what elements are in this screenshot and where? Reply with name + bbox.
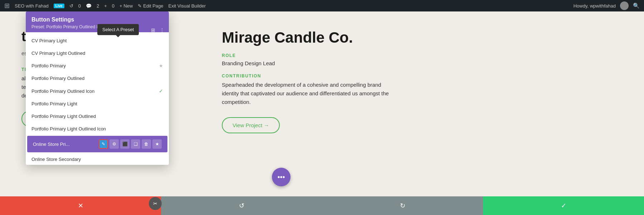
contribution-text-candle: Spearheaded the development of a cohesiv…	[222, 81, 394, 106]
star-icon: ★	[155, 142, 159, 147]
preset-item-label: Portfolio Primary Light Outlined	[31, 114, 163, 119]
preset-item-label: Portfolio Primary	[31, 63, 159, 68]
save-button[interactable]: ✓	[483, 196, 644, 215]
role-label-candle: ROLE	[222, 53, 394, 58]
live-badge: Live	[54, 4, 64, 8]
howdy-text: Howdy, wpwithfahad	[574, 3, 616, 9]
preset-item-label: Online Store Secondary	[31, 157, 163, 162]
preset-item-online-store-primary[interactable]: Online Store Pri... ✎ ⚙ ⬛ ❑ 🗑 ★	[27, 136, 167, 152]
wp-logo-icon[interactable]: ⊞	[4, 2, 10, 10]
redo-button[interactable]: ↻	[322, 196, 483, 215]
preset-item-portfolio-primary-light-outlined[interactable]: Portfolio Primary Light Outlined	[26, 110, 169, 123]
snippet-icon-button[interactable]: ✂	[149, 197, 162, 210]
more-options-icon[interactable]: ⋮	[158, 27, 166, 34]
role-value-candle: Branding Design Lead	[222, 60, 394, 66]
revision-icon[interactable]: ↺	[69, 3, 73, 9]
edit-icon: ✎	[102, 142, 105, 147]
redo-icon: ↻	[400, 202, 405, 210]
preset-list[interactable]: CV Primary Light CV Primary Light Outlin…	[26, 32, 169, 165]
cancel-icon: ✕	[78, 202, 83, 210]
copy-preset-button[interactable]: ⬛	[120, 139, 130, 149]
comment-count: 2	[97, 3, 99, 9]
cancel-button[interactable]: ✕	[0, 196, 161, 215]
search-icon[interactable]: 🔍	[633, 3, 640, 9]
button-settings-panel: Button Settings Preset: Portfolio Primar…	[26, 11, 169, 165]
exit-visual-builder-link[interactable]: Exit Visual Builder	[169, 3, 206, 9]
undo-button[interactable]: ↺	[161, 196, 322, 215]
fab-button[interactable]: •••	[272, 168, 291, 186]
preset-item-label: CV Primary Light	[31, 38, 163, 43]
plus-icon[interactable]: +	[104, 3, 107, 9]
panel-title: Button Settings	[31, 16, 163, 23]
duplicate-preset-button[interactable]: ❑	[131, 139, 140, 149]
preset-item-label: Portfolio Primary Light Outlined Icon	[31, 126, 163, 132]
comment-icon[interactable]: 💬	[86, 3, 92, 9]
admin-bar-right: Howdy, wpwithfahad 🔍	[574, 1, 640, 10]
admin-bar-left: ⊞ SEO with Fahad Live ↺ 0 💬 2 + 0 + New …	[4, 2, 568, 10]
undo-icon: ↺	[239, 202, 244, 210]
preset-item-portfolio-primary-light[interactable]: Portfolio Primary Light	[26, 97, 169, 110]
settings-preset-button[interactable]: ⚙	[109, 139, 119, 149]
edit-page-link[interactable]: ✎ Edit Page	[138, 3, 163, 9]
preset-item-label: Portfolio Primary Outlined Icon	[31, 89, 159, 94]
preset-item-cv-primary-light[interactable]: CV Primary Light	[26, 34, 169, 47]
view-project-button-candle[interactable]: View Project →	[222, 117, 280, 133]
delete-preset-button[interactable]: 🗑	[142, 139, 151, 149]
contribution-label-candle: CONTRIBUTION	[222, 73, 394, 78]
preset-item-portfolio-primary-outlined[interactable]: Portfolio Primary Outlined	[26, 72, 169, 85]
preset-item-portfolio-primary-light-outlined-icon[interactable]: Portfolio Primary Light Outlined Icon	[26, 123, 169, 135]
project-title-candle: Mirage Candle Co.	[222, 29, 394, 46]
panel-header-icons: ⊞ ⋮	[150, 27, 166, 34]
edit-preset-button[interactable]: ✎	[99, 139, 108, 149]
site-name[interactable]: SEO with Fahad	[15, 3, 49, 9]
settings-icon: ⚙	[112, 142, 116, 147]
revision-count: 0	[78, 3, 81, 9]
user-avatar	[620, 1, 629, 10]
trash-icon: 🗑	[144, 142, 148, 147]
plus-count: 0	[112, 3, 114, 9]
admin-bar: ⊞ SEO with Fahad Live ↺ 0 💬 2 + 0 + New …	[0, 0, 644, 11]
bottom-toolbar: ✕ ↺ ↻ ✓	[0, 196, 644, 215]
pencil-icon: ✎	[138, 3, 142, 9]
save-icon: ✓	[561, 202, 566, 210]
new-button[interactable]: + New	[119, 3, 133, 9]
preset-item-portfolio-primary[interactable]: Portfolio Primary ★	[26, 59, 169, 72]
preset-item-cv-primary-light-outlined[interactable]: CV Primary Light Outlined	[26, 47, 169, 59]
star-icon: ★	[159, 63, 163, 68]
check-icon: ✓	[159, 88, 163, 94]
fab-icon: •••	[277, 173, 285, 181]
layout-icon[interactable]: ⊞	[150, 27, 157, 34]
select-preset-tooltip: Select A Preset	[97, 24, 139, 35]
snippet-icon: ✂	[153, 201, 157, 206]
project-card-candle: Mirage Candle Co. ROLE Branding Design L…	[222, 26, 394, 201]
copy-icon: ⬛	[122, 142, 128, 147]
preset-item-portfolio-primary-outlined-icon[interactable]: Portfolio Primary Outlined Icon ✓	[26, 85, 169, 97]
star-preset-button[interactable]: ★	[152, 139, 162, 149]
preset-item-label: CV Primary Light Outlined	[31, 51, 163, 56]
duplicate-icon: ❑	[134, 142, 138, 147]
preset-item-label: Portfolio Primary Outlined	[31, 76, 163, 81]
preset-item-label: Online Store Pri...	[33, 142, 99, 147]
preset-label: Preset: Portfolio Primary Outlined Icon	[31, 24, 104, 29]
preset-item-label: Portfolio Primary Light	[31, 101, 163, 106]
active-item-actions: ✎ ⚙ ⬛ ❑ 🗑 ★	[99, 139, 162, 149]
preset-item-online-store-secondary[interactable]: Online Store Secondary	[26, 153, 169, 165]
